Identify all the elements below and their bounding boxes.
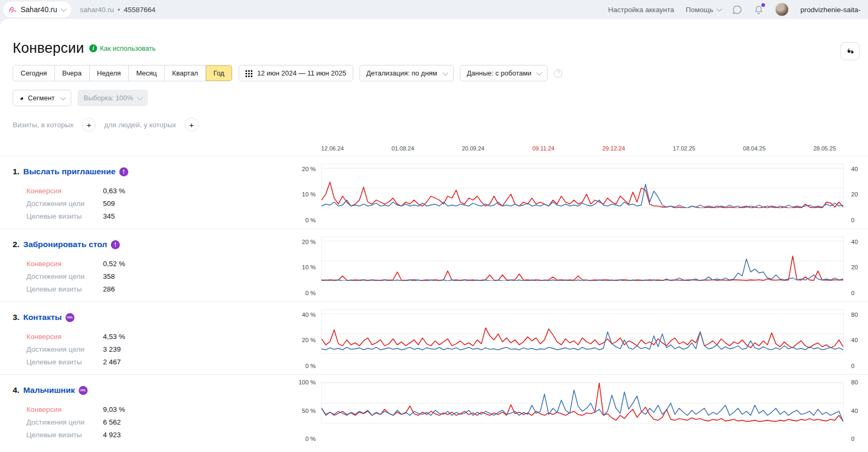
people-filter-label: для людей, у которых [104,121,176,129]
notifications-button[interactable] [754,5,763,15]
account-settings-link[interactable]: Настройка аккаунта [608,6,674,14]
goal-type-badge: URL [65,313,74,322]
chat-button[interactable] [732,5,742,15]
reaches-value: 358 [103,272,296,280]
chart-right-axis: 80400 [844,382,868,439]
sampling-label: Выборка: 100% [84,94,134,102]
detail-label: Детализация: по дням [366,69,437,77]
conversion-label: Конверсия [26,406,103,413]
y-axis-tick-right: 20 [851,264,858,270]
axis-date-label: 12.06.24 [321,145,344,152]
goal-number: 3. [13,313,20,322]
y-axis-tick-right: 40 [851,166,858,172]
y-axis-tick-right: 40 [851,239,858,245]
y-axis-tick-right: 80 [851,312,858,318]
goal-line-chart[interactable] [321,309,844,354]
chart-right-axis: 80400 [844,309,868,366]
goal-type-badge: URL [79,386,88,395]
goal-name-link[interactable]: Контакты [23,313,62,322]
y-axis-tick-left: 0 % [305,217,316,223]
reaches-value: 3 239 [103,345,296,353]
goal-row: 1. Выслать приглашение ! Конверсия 0,63 … [0,156,868,229]
y-axis-tick-left: 100 % [298,379,316,385]
segment-label: Сегмент [28,94,55,102]
chevron-down-icon [61,6,67,12]
y-axis-tick-left: 0 % [305,290,316,296]
period-segmented-control: Сегодня Вчера Неделя Месяц Квартал Год [13,65,232,81]
page-title: Конверсии [13,40,84,56]
detail-dropdown[interactable]: Детализация: по дням [360,65,454,81]
goal-name-link[interactable]: Забронировать стол [23,240,107,249]
counter-meta: sahar40.ru • 45587664 [77,6,155,14]
period-today[interactable]: Сегодня [13,65,55,81]
separator-dot: • [118,6,120,14]
axis-date-label: 29.12.24 [602,145,625,152]
avatar[interactable] [775,3,789,16]
goal-type-badge: ! [119,167,128,176]
y-axis-tick-right: 0 [851,290,854,296]
y-axis-tick-left: 20 % [302,337,316,343]
goal-row: 2. Забронировать стол ! Конверсия 0,52 %… [0,229,868,302]
counter-switcher[interactable]: Sahar40.ru [3,2,71,17]
segment-toolbar: ◕ Сегмент Выборка: 100% [0,81,868,106]
goal-row: 3. Контакты URL Конверсия 4,53 % Достиже… [0,302,868,374]
add-visit-filter-button[interactable]: + [82,118,96,131]
sampling-dropdown[interactable]: Выборка: 100% [78,90,148,106]
goal-line-chart[interactable] [321,382,844,423]
axis-date-label: 28.05.25 [813,145,836,152]
goal-name-link[interactable]: Мальчишник [23,385,75,395]
chevron-down-icon [442,69,448,75]
help-question-icon[interactable]: ? [554,69,562,78]
reaches-label: Достижения цели [26,418,103,426]
segment-dropdown[interactable]: ◕ Сегмент [13,90,71,106]
chart-left-axis: 20 %10 %0 % [296,164,321,220]
chevron-down-icon [716,6,722,12]
period-year[interactable]: Год [206,65,232,81]
conversion-value: 0,52 % [103,260,296,268]
y-axis-tick-left: 0 % [305,436,316,442]
conversion-value: 9,03 % [103,406,296,413]
chevron-down-icon [137,94,143,100]
top-bar: Sahar40.ru sahar40.ru • 45587664 Настрой… [0,0,868,19]
info-icon: i [89,44,97,52]
reaches-label: Достижения цели [26,200,103,208]
visits-label: Целевые визиты [26,358,103,366]
widgets-button[interactable] [841,42,860,60]
help-label: Помощь [686,6,713,14]
period-month[interactable]: Месяц [129,65,165,81]
goal-number: 2. [13,240,20,249]
chevron-down-icon [60,94,65,100]
data-mode-dropdown[interactable]: Данные: с роботами [460,65,548,81]
chevron-down-icon [536,69,542,75]
date-range-label: 12 июн 2024 — 11 июн 2025 [257,69,346,77]
y-axis-tick-left: 40 % [302,312,316,318]
visits-value: 345 [103,212,296,220]
notification-dot [761,3,765,7]
goal-name-link[interactable]: Выслать приглашение [23,167,116,176]
goal-line-chart[interactable] [321,237,844,281]
y-axis-tick-right: 40 [851,408,858,414]
chart-left-axis: 100 %50 %0 % [296,382,321,439]
period-quarter[interactable]: Квартал [165,65,206,81]
goal-number: 4. [13,385,20,395]
visits-label: Целевые визиты [26,212,103,220]
y-axis-tick-right: 20 [851,191,858,197]
main-content: Конверсии i Как использовать Сегодня Вче… [0,19,868,452]
y-axis-tick-right: 0 [851,436,854,442]
conversion-value: 0,63 % [103,187,296,195]
goal-line-chart[interactable] [321,164,844,208]
chart-right-axis: 40200 [844,237,868,293]
how-to-use-link[interactable]: i Как использовать [89,44,156,52]
y-axis-tick-left: 10 % [302,191,316,197]
period-week[interactable]: Неделя [90,65,129,81]
add-people-filter-button[interactable]: + [185,118,199,131]
period-toolbar: Сегодня Вчера Неделя Месяц Квартал Год 1… [0,61,868,81]
conversion-label: Конверсия [26,260,103,268]
counter-id: 45587664 [124,6,155,14]
date-range-button[interactable]: 12 июн 2024 — 11 июн 2025 [239,65,353,81]
reaches-value: 6 562 [103,418,296,426]
axis-date-label: 08.04.25 [743,145,766,152]
help-menu[interactable]: Помощь [686,6,721,14]
counter-name: Sahar40.ru [21,5,57,14]
period-yesterday[interactable]: Вчера [55,65,90,81]
